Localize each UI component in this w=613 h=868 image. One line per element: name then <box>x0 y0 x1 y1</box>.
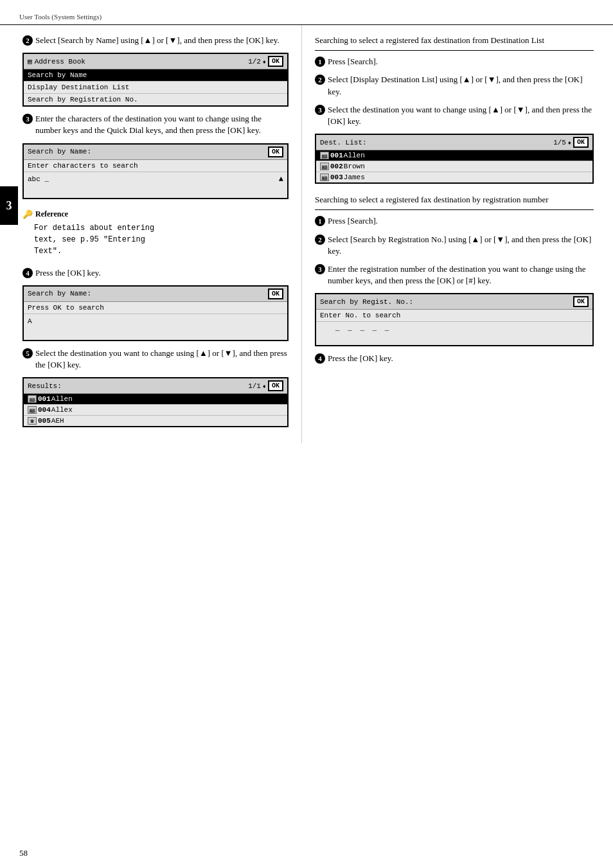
r-step-2: 2 Select [Display Destination List] usin… <box>315 74 594 97</box>
lcd2-empty-row <box>24 186 287 198</box>
step-3: 3 Enter the characters of the destinatio… <box>22 113 289 136</box>
lcd6-empty-row <box>316 335 592 345</box>
right-column: Searching to select a registered fax des… <box>302 25 613 443</box>
step-2-number: 2 <box>22 35 33 46</box>
r2-step-2: 2 Select [Search by Registration No.] us… <box>315 234 594 257</box>
lcd2-cursor-row: abc _ ▲ <box>24 172 287 186</box>
lcd2-row-1: Enter characters to search <box>24 160 287 172</box>
page-container: User Tools (System Settings) 3 2 Select … <box>0 0 613 868</box>
lcd2-cursor: _ <box>40 175 49 183</box>
lcd5-title-row: Dest. List: 1/5 ⬧ OK <box>316 135 592 150</box>
lcd-search-regist: Search by Regist. No.: OK Enter No. to s… <box>315 293 594 346</box>
r-step-2-text: Select [Display Destination List] using … <box>328 74 594 97</box>
step-5: 5 Select the destination you want to cha… <box>22 348 289 371</box>
r-step-3-text: Select the destination you want to chang… <box>328 104 594 127</box>
r-step-3: 3 Select the destination you want to cha… <box>315 104 594 127</box>
r2-step-1: 1 Press [Search]. <box>315 215 594 227</box>
step-3-text: Enter the characters of the destination … <box>35 113 289 136</box>
lcd1-row-3: Search by Registration No. <box>24 94 287 105</box>
lcd2-title: Search by Name: <box>28 148 91 155</box>
lcd5-ok: OK <box>573 137 589 148</box>
section1-header: Searching to select a registered fax des… <box>315 35 594 51</box>
r2-step-1-text: Press [Search]. <box>328 215 594 227</box>
step-2-text: Select [Search by Name] using [▲] or [▼]… <box>35 35 289 46</box>
fax-icon-1: 📠 <box>28 395 37 403</box>
lcd6-row-1: Enter No. to search <box>316 310 592 322</box>
lcd3-cursor-row: A <box>24 314 287 328</box>
fax-icon-3: 📠 <box>320 152 329 159</box>
fax-icon-5: 📠 <box>320 173 329 181</box>
lcd1-ok: OK <box>268 56 283 67</box>
lcd3-empty-row <box>24 328 287 340</box>
r2-step-3-text: Enter the registration number of the des… <box>328 263 594 287</box>
step-3-number: 3 <box>22 114 33 124</box>
lcd3-cursor-text: A <box>28 317 32 325</box>
r2-step-2-text: Select [Search by Registration No.] usin… <box>328 234 594 257</box>
lcd-address-book: ▤ Address Book 1/2 ⬧ OK Search by Name D… <box>22 53 289 107</box>
r2-step-3: 3 Enter the registration number of the d… <box>315 263 594 287</box>
lcd4-title-row: Results: 1/1 ⬧ OK <box>24 378 287 394</box>
lcd-dest-list: Dest. List: 1/5 ⬧ OK 📠 001 Allen 📠 002 B… <box>315 134 594 184</box>
address-book-icon: ▤ <box>28 57 32 66</box>
lcd6-underscores: _ _ _ _ _ <box>335 324 391 332</box>
lcd1-row-2: Display Destination List <box>24 82 287 94</box>
lcd6-title: Search by Regist. No.: <box>320 298 413 306</box>
lcd6-input-line: _ _ _ _ _ <box>316 322 592 335</box>
lcd1-page-info: 1/2 ⬧ OK <box>248 56 283 67</box>
lcd1-title: Address Book <box>35 58 85 66</box>
r-step-3-number: 3 <box>315 105 325 115</box>
lcd5-page-info: 1/5 ⬧ OK <box>553 137 589 148</box>
lcd2-arrow-up: ▲ <box>279 175 283 184</box>
r-step-1-text: Press [Search]. <box>328 56 594 67</box>
lcd1-row-1: Search by Name <box>24 69 287 82</box>
lcd3-row-1: Press OK to search <box>24 302 287 314</box>
lcd-search-press-ok: Search by Name: OK Press OK to search A <box>22 285 289 341</box>
step-2: 2 Select [Search by Name] using [▲] or [… <box>22 35 289 46</box>
lcd4-page-info: 1/1 ⬧ OK <box>248 380 283 391</box>
fax-icon-2: 📠 <box>28 406 37 414</box>
r-step-1-number: 1 <box>315 57 325 67</box>
step-5-number: 5 <box>22 348 33 359</box>
lcd1-title-row: ▤ Address Book 1/2 ⬧ OK <box>24 54 287 69</box>
lcd5-entry-3: 📠 003 James <box>316 172 592 182</box>
lcd4-title: Results: <box>28 382 62 390</box>
lcd2-cursor-text: abc <box>28 175 40 183</box>
r2-step-3-number: 3 <box>315 264 325 274</box>
fax-icon-4: 📠 <box>320 163 329 170</box>
lcd6-title-row: Search by Regist. No.: OK <box>316 294 592 310</box>
lcd2-ok: OK <box>268 146 283 157</box>
r2-step-4-text: Press the [OK] key. <box>328 353 594 364</box>
lcd2-title-row: Search by Name: OK <box>24 145 287 160</box>
lcd3-ok: OK <box>268 288 283 299</box>
reference-box: 🔑 Reference For details about enteringte… <box>22 206 289 261</box>
chapter-tab: 3 <box>0 186 18 225</box>
breadcrumb: User Tools (System Settings) <box>0 13 613 25</box>
lcd4-entry-3: ☎ 005 AEH <box>24 416 287 426</box>
lcd4-entry-1: 📠 001 Allen <box>24 394 287 405</box>
r2-step-1-number: 1 <box>315 216 325 226</box>
step-4: 4 Press the [OK] key. <box>22 267 289 279</box>
left-column: 2 Select [Search by Name] using [▲] or [… <box>0 25 302 443</box>
lcd5-title: Dest. List: <box>320 139 367 146</box>
r2-step-4-number: 4 <box>315 353 325 364</box>
lcd5-entry-1: 📠 001 Allen <box>316 150 592 161</box>
lcd4-ok: OK <box>268 380 283 391</box>
lcd-results: Results: 1/1 ⬧ OK 📠 001 Allen 📠 004 Alle… <box>22 377 289 427</box>
step-4-text: Press the [OK] key. <box>35 267 289 279</box>
section2-header: Searching to select a registered fax des… <box>315 194 594 210</box>
lcd3-title-row: Search by Name: OK <box>24 287 287 302</box>
lcd4-entry-2: 📠 004 Allex <box>24 405 287 416</box>
lcd6-ok: OK <box>573 296 589 307</box>
reference-text: For details about enteringtext, see p.95… <box>34 222 289 257</box>
lcd5-entry-2: 📠 002 Brown <box>316 161 592 172</box>
reference-title: 🔑 Reference <box>22 209 289 220</box>
lcd3-title: Search by Name: <box>28 290 91 297</box>
step-5-text: Select the destination you want to chang… <box>35 348 289 371</box>
r-step-1: 1 Press [Search]. <box>315 56 594 67</box>
r2-step-4: 4 Press the [OK] key. <box>315 353 594 364</box>
content-wrapper: 2 Select [Search by Name] using [▲] or [… <box>0 25 613 443</box>
r-step-2-number: 2 <box>315 75 325 85</box>
lcd-search-name-input: Search by Name: OK Enter characters to s… <box>22 143 289 199</box>
key-icon: 🔑 <box>22 209 33 220</box>
step-4-number: 4 <box>22 268 33 278</box>
